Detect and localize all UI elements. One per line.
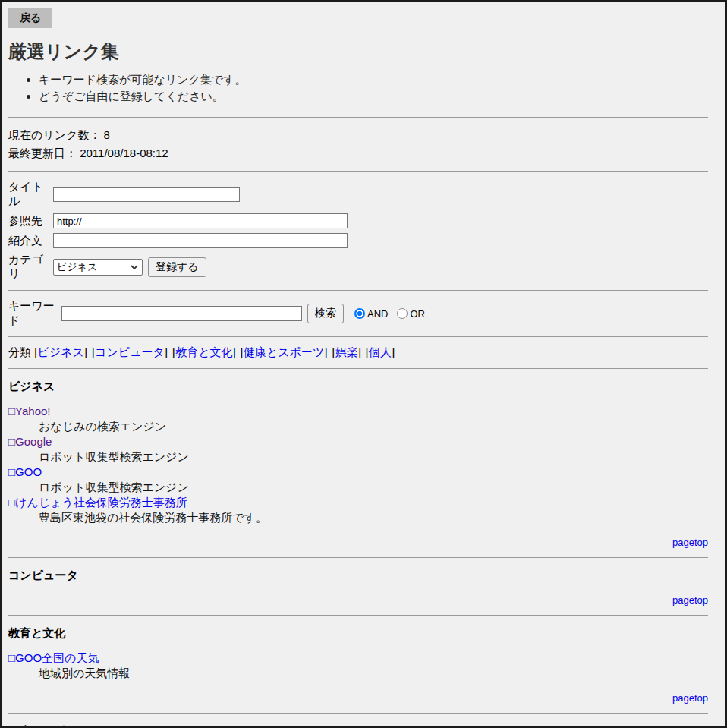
divider xyxy=(8,117,708,118)
page-title: 厳選リンク集 xyxy=(8,39,708,64)
category-nav-label: 分類 xyxy=(8,345,31,358)
site-link[interactable]: □Google xyxy=(8,435,52,448)
category-nav: 分類 [ビジネス][コンピュータ][教育と文化][健康とスポーツ][娯楽][個人… xyxy=(8,345,708,360)
intro-list: キーワード検索が可能なリンク集です。 どうぞご自由に登録してください。 xyxy=(8,71,708,105)
link-description: 豊島区東池袋の社会保険労務士事務所です。 xyxy=(39,510,708,525)
link-item: □けんじょう社会保険労務士事務所 xyxy=(8,495,708,510)
link-description: おなじみの検索エンジン xyxy=(39,419,708,434)
url-label: 参照先 xyxy=(8,214,53,228)
link-count-row: 現在のリンク数： 8 xyxy=(8,126,708,144)
link-item: □Yahoo! xyxy=(8,404,708,419)
section-link-list: □GOO全国の天気地域別の天気情報 xyxy=(8,651,708,681)
category-nav-link[interactable]: コンピュータ xyxy=(95,345,165,358)
link-item: □GOO全国の天気 xyxy=(8,651,708,666)
category-nav-link[interactable]: 個人 xyxy=(369,345,392,358)
category-nav-link[interactable]: 娯楽 xyxy=(335,345,358,358)
register-form: タイトル 参照先 紹介文 カテゴリ ビジネス 登録する xyxy=(8,180,708,282)
keyword-search-row: キーワード 検索 AND OR xyxy=(8,299,708,328)
last-updated-row: 最終更新日： 2011/08/18-08:12 xyxy=(8,144,708,162)
category-nav-item: [個人] xyxy=(366,345,395,358)
category-nav-links: [ビジネス][コンピュータ][教育と文化][健康とスポーツ][娯楽][個人] xyxy=(34,345,399,358)
keyword-input[interactable] xyxy=(61,306,302,321)
divider xyxy=(8,713,708,714)
category-nav-item: [教育と文化] xyxy=(172,345,236,358)
and-radio[interactable] xyxy=(354,308,365,319)
description-label: 紹介文 xyxy=(8,234,53,248)
category-nav-item: [コンピュータ] xyxy=(92,345,168,358)
url-row: 参照先 xyxy=(8,213,708,228)
search-button[interactable]: 検索 xyxy=(307,304,344,323)
divider xyxy=(8,615,708,616)
link-count-label: 現在のリンク数： xyxy=(8,128,100,141)
site-link[interactable]: □けんじょう社会保険労務士事務所 xyxy=(8,496,187,509)
title-input[interactable] xyxy=(53,187,240,202)
last-updated-value: 2011/08/18-08:12 xyxy=(80,147,168,159)
sections: ビジネス□Yahoo!おなじみの検索エンジン□Googleロボット収集型検索エン… xyxy=(8,380,708,728)
url-input[interactable] xyxy=(53,213,348,228)
or-radio[interactable] xyxy=(397,308,408,319)
link-item: □Google xyxy=(8,434,708,449)
back-button[interactable]: 戻る xyxy=(8,8,52,28)
category-select[interactable]: ビジネス xyxy=(53,259,143,276)
link-description: ロボット収集型検索エンジン xyxy=(39,449,708,465)
bracket: ] xyxy=(358,345,361,358)
category-row: カテゴリ ビジネス 登録する xyxy=(8,253,708,282)
title-label: タイトル xyxy=(8,180,53,209)
pagetop-row: pagetop xyxy=(8,691,708,704)
category-nav-link[interactable]: 健康とスポーツ xyxy=(244,345,324,358)
pagetop-row: pagetop xyxy=(8,593,708,607)
divider xyxy=(8,557,708,558)
divider xyxy=(8,368,708,369)
category-label: カテゴリ xyxy=(8,253,53,282)
section-link-list: □Yahoo!おなじみの検索エンジン□Googleロボット収集型検索エンジン□G… xyxy=(8,404,708,525)
search-mode-radios: AND OR xyxy=(354,308,434,320)
divider xyxy=(8,290,708,291)
or-radio-label[interactable]: OR xyxy=(410,308,425,320)
stats: 現在のリンク数： 8 最終更新日： 2011/08/18-08:12 xyxy=(8,126,708,162)
category-nav-link[interactable]: ビジネス xyxy=(37,345,83,358)
site-link[interactable]: □GOO全国の天気 xyxy=(8,651,99,664)
bracket: ] xyxy=(392,345,395,358)
divider xyxy=(8,336,708,337)
pagetop-link[interactable]: pagetop xyxy=(672,692,708,704)
bracket: ] xyxy=(324,345,327,358)
section-heading: 健康とスポーツ xyxy=(8,724,708,728)
category-nav-link[interactable]: 教育と文化 xyxy=(175,345,232,358)
bracket: ] xyxy=(165,345,168,358)
intro-bullet: どうぞご自由に登録してください。 xyxy=(39,88,708,105)
keyword-label: キーワード xyxy=(8,299,61,328)
pagetop-link[interactable]: pagetop xyxy=(672,594,708,606)
category-nav-item: [健康とスポーツ] xyxy=(241,345,328,358)
category-nav-item: [ビジネス] xyxy=(34,345,87,358)
pagetop-link[interactable]: pagetop xyxy=(672,537,708,548)
link-description: ロボット収集型検索エンジン xyxy=(39,480,708,495)
divider xyxy=(8,171,708,172)
page: 戻る 厳選リンク集 キーワード検索が可能なリンク集です。 どうぞご自由に登録して… xyxy=(0,0,727,728)
and-radio-label[interactable]: AND xyxy=(367,308,388,320)
intro-bullet: キーワード検索が可能なリンク集です。 xyxy=(39,71,708,88)
register-button[interactable]: 登録する xyxy=(148,257,206,277)
link-count-value: 8 xyxy=(104,128,110,141)
chevron-down-icon xyxy=(131,265,138,269)
bracket: ] xyxy=(233,345,236,358)
description-input[interactable] xyxy=(53,233,348,248)
section-heading: ビジネス xyxy=(8,380,708,394)
link-item: □GOO xyxy=(8,465,708,480)
last-updated-label: 最終更新日： xyxy=(8,147,77,159)
pagetop-row: pagetop xyxy=(8,535,708,549)
description-row: 紹介文 xyxy=(8,233,708,248)
bracket: ] xyxy=(84,345,87,358)
site-link[interactable]: □Yahoo! xyxy=(8,405,51,418)
link-description: 地域別の天気情報 xyxy=(39,666,708,681)
title-row: タイトル xyxy=(8,180,708,209)
site-link[interactable]: □GOO xyxy=(8,465,42,478)
section-heading: コンピュータ xyxy=(8,569,708,583)
category-nav-item: [娯楽] xyxy=(332,345,360,358)
section-heading: 教育と文化 xyxy=(8,626,708,641)
category-selected-value: ビジネス xyxy=(57,260,97,274)
